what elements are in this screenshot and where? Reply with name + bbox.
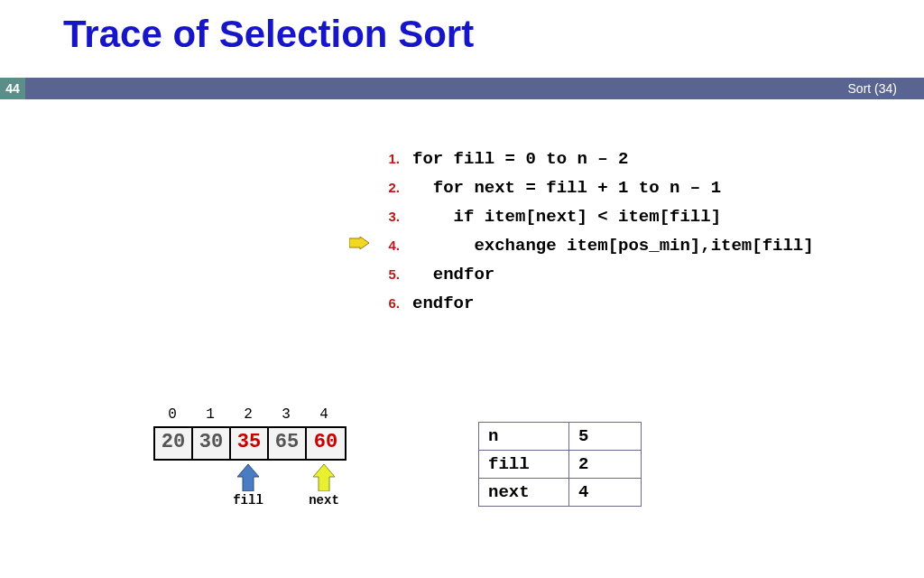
header-right-label: Sort (34): [848, 78, 897, 99]
array-index: 3: [267, 406, 305, 423]
svg-marker-0: [349, 237, 369, 249]
array-index: 0: [153, 406, 191, 423]
header-bar: [0, 78, 924, 99]
table-row: fill2: [479, 451, 642, 479]
pointer-label: fill: [229, 493, 267, 508]
array-index-row: 0 1 2 3 4: [153, 406, 346, 423]
code-line: 6.endfor: [374, 289, 814, 318]
fill-pointer: fill: [229, 464, 267, 508]
line-number: 4.: [374, 231, 400, 260]
code-line: 4. exchange item[pos_min],item[fill]: [374, 231, 814, 260]
svg-marker-2: [313, 464, 335, 491]
array-cell: 35: [231, 428, 269, 459]
page-number-badge: 44: [0, 78, 25, 99]
table-row: n5: [479, 423, 642, 451]
array-cell: 60: [307, 428, 345, 459]
var-name: n: [479, 423, 569, 451]
table-row: next4: [479, 479, 642, 507]
pointer-label: next: [305, 493, 343, 508]
slide-title: Trace of Selection Sort: [63, 13, 474, 56]
line-number: 3.: [374, 202, 400, 231]
var-value: 4: [569, 479, 642, 507]
code-line: 2. for next = fill + 1 to n – 1: [374, 173, 814, 202]
line-number: 6.: [374, 289, 400, 318]
var-value: 2: [569, 451, 642, 479]
line-number: 2.: [374, 173, 400, 202]
line-number: 5.: [374, 260, 400, 289]
array-index: 4: [305, 406, 343, 423]
code-text: for next = fill + 1 to n – 1: [412, 173, 721, 202]
code-text: exchange item[pos_min],item[fill]: [412, 231, 814, 260]
array-pointers: fill next: [153, 461, 346, 515]
pseudocode-block: 1.for fill = 0 to n – 2 2. for next = fi…: [374, 144, 814, 318]
code-text: if item[next] < item[fill]: [412, 202, 721, 231]
current-line-marker-icon: [349, 237, 369, 249]
array-cell: 20: [155, 428, 193, 459]
line-number: 1.: [374, 144, 400, 173]
arrow-up-icon: [237, 464, 259, 491]
arrow-up-icon: [313, 464, 335, 491]
var-name: next: [479, 479, 569, 507]
code-text: endfor: [412, 289, 474, 318]
code-line: 5. endfor: [374, 260, 814, 289]
array-cell: 30: [193, 428, 231, 459]
var-value: 5: [569, 423, 642, 451]
code-text: endfor: [412, 260, 494, 289]
svg-marker-1: [237, 464, 259, 491]
array-cell: 65: [269, 428, 307, 459]
array-index: 2: [229, 406, 267, 423]
code-line: 3. if item[next] < item[fill]: [374, 202, 814, 231]
variables-table: n5 fill2 next4: [478, 422, 642, 507]
next-pointer: next: [305, 464, 343, 508]
var-name: fill: [479, 451, 569, 479]
array-visual: 0 1 2 3 4 20 30 35 65 60 fill next: [153, 406, 346, 515]
array-index: 1: [191, 406, 229, 423]
array-cells: 20 30 35 65 60: [153, 426, 346, 461]
code-text: for fill = 0 to n – 2: [412, 144, 628, 173]
code-line: 1.for fill = 0 to n – 2: [374, 144, 814, 173]
